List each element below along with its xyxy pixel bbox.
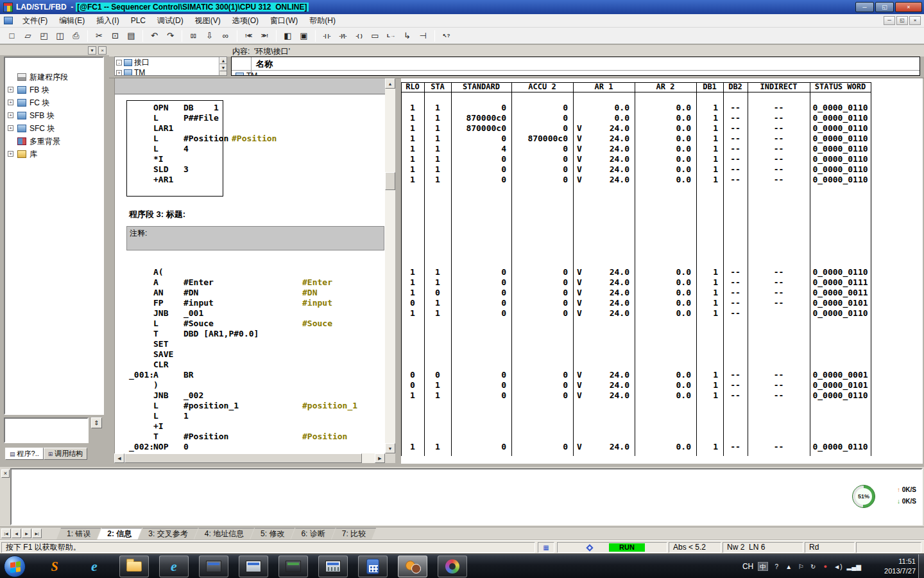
vertical-scroll-thumb[interactable] (385, 172, 395, 190)
open-branch-icon[interactable]: ↳ (400, 29, 415, 43)
cut-icon[interactable]: ✂ (92, 29, 107, 43)
action-center-flag-icon[interactable]: ⚐ (797, 563, 805, 570)
editor-horizontal-scrollbar[interactable]: ◀ ▶ (114, 453, 385, 463)
prev-error-icon[interactable]: !≪ (241, 29, 256, 43)
open-icon[interactable]: ▱ (21, 29, 35, 43)
taskbar-clock[interactable]: 11:51 2013/7/27 (884, 557, 916, 576)
message-tab-5[interactable]: 5: 修改 (250, 528, 295, 539)
interface-tree-root-row[interactable]: - 接口 (115, 57, 227, 67)
sidebar-item-sfc-blocks[interactable]: +SFC 块 (5, 123, 103, 134)
sidebar-item-library[interactable]: +库 (5, 149, 103, 160)
sync-icon[interactable]: ↻ (809, 563, 817, 570)
var-table-icon[interactable] (318, 556, 348, 577)
alert-badge-icon[interactable]: ● (821, 563, 829, 570)
file-explorer-icon[interactable] (119, 556, 149, 577)
scroll-left-icon[interactable]: ◀ (114, 453, 124, 463)
interface-tree-pane[interactable]: - 接口 + TM ▲ ▼ (114, 57, 227, 76)
message-tab-6[interactable]: 6: 诊断 (291, 528, 335, 539)
close-branch-icon[interactable]: ⊣ (416, 29, 431, 43)
next-error-icon[interactable]: ≫! (257, 29, 272, 43)
code-editor-pane[interactable]: 程序段 3: 标题: 注释: OPN DB 1L P##FileLAR1L #P… (114, 78, 385, 453)
empty-box-icon[interactable]: ▭ (368, 29, 382, 43)
sidebar-item-fb-blocks[interactable]: +FB 块 (5, 85, 103, 96)
mdi-child-icon[interactable] (4, 17, 13, 24)
sidebar-item-multi-instance[interactable]: 多重背景 (5, 136, 103, 147)
last-tab-button[interactable]: ▶| (32, 529, 42, 538)
declaration-row[interactable]: TM (235, 71, 257, 76)
split-view-icon[interactable]: ◧ (280, 29, 295, 43)
sidebar-updown-icon[interactable]: ⇕ (91, 417, 102, 428)
menu-item-1[interactable]: 编辑(E) (53, 14, 90, 27)
mdi-minimize-button[interactable]: ─ (884, 16, 895, 25)
scroll-down-icon[interactable]: ▼ (219, 64, 227, 71)
network-icon[interactable]: ▂▄▆ (847, 563, 861, 570)
sidebar-item-sfb-blocks[interactable]: +SFB 块 (5, 110, 103, 121)
scroll-up-icon[interactable]: ▲ (385, 78, 395, 89)
menu-item-7[interactable]: 窗口(W) (264, 14, 304, 27)
copy-icon[interactable]: ⊡ (108, 29, 123, 43)
help-icon[interactable]: ? (773, 563, 780, 570)
message-tab-1[interactable]: 1: 错误 (56, 528, 101, 539)
menu-item-3[interactable]: PLC (125, 14, 151, 27)
interface-scrollbar[interactable]: ▲ ▼ (219, 57, 227, 75)
scroll-down-icon[interactable]: ▼ (385, 443, 395, 453)
maximize-button[interactable]: ◱ (875, 2, 894, 12)
help-cursor-icon[interactable]: ↖? (439, 29, 454, 43)
close-button[interactable]: × (895, 2, 922, 12)
calculator-icon[interactable] (358, 556, 388, 577)
tab-call-structure[interactable]: ⊞调用结构 (44, 448, 88, 460)
show-desktop-button[interactable] (918, 554, 924, 578)
expand-icon[interactable]: + (8, 112, 13, 118)
mdi-close-button[interactable]: × (909, 16, 921, 25)
save-icon[interactable]: ◫ (53, 29, 67, 43)
undo-icon[interactable]: ↶ (147, 29, 162, 43)
download-icon[interactable]: ⇩ (202, 29, 217, 43)
hidden-icons-arrow[interactable]: ▲ (785, 563, 792, 570)
message-tab-7[interactable]: 7: 比较 (332, 528, 376, 539)
sogou-browser-icon[interactable]: S (40, 556, 69, 577)
new-icon[interactable]: □ (4, 29, 19, 43)
menu-item-0[interactable]: 文件(F) (17, 14, 53, 27)
message-close-icon[interactable]: × (1, 469, 10, 478)
menu-item-2[interactable]: 插入(I) (90, 14, 124, 27)
first-tab-button[interactable]: |◀ (1, 529, 11, 538)
interface-tree-child-row[interactable]: + TM (115, 67, 227, 76)
user-accounts-icon[interactable] (398, 556, 427, 577)
coil-icon[interactable]: -( ) (352, 29, 366, 43)
expand-icon[interactable]: + (8, 151, 13, 157)
simatic-manager-icon[interactable] (199, 556, 228, 577)
next-tab-button[interactable]: ▶ (22, 529, 31, 538)
language-indicator[interactable]: CH (742, 562, 753, 571)
prev-tab-button[interactable]: ◀ (12, 529, 21, 538)
hw-config-icon[interactable] (239, 556, 268, 577)
monitor-glasses-icon[interactable]: ∞ (218, 29, 233, 43)
paste-icon[interactable]: ▤ (124, 29, 139, 43)
start-button[interactable] (4, 556, 26, 577)
menu-item-5[interactable]: 视图(V) (189, 14, 227, 27)
expand-icon[interactable]: + (8, 100, 13, 105)
ime-icon[interactable]: 中 (758, 562, 768, 571)
plcsim-icon[interactable] (278, 556, 308, 577)
sidebar-item-fc-blocks[interactable]: +FC 块 (5, 98, 103, 109)
internet-explorer-2-icon[interactable]: e (159, 556, 189, 577)
volume-icon[interactable]: ◄) (834, 563, 842, 570)
minimize-button[interactable]: ─ (855, 2, 874, 12)
sidebar-item-new-network[interactable]: 新建程序段 (5, 72, 103, 83)
view-pair-icon[interactable]: ▯▯ (186, 29, 201, 43)
internet-explorer-icon[interactable]: e (80, 556, 109, 577)
menu-item-8[interactable]: 帮助(H) (304, 14, 341, 27)
message-tab-4[interactable]: 4: 地址信息 (194, 528, 254, 539)
paint-icon[interactable] (438, 556, 467, 577)
contact-nc-icon[interactable]: -|/|- (336, 29, 350, 43)
jump-icon[interactable]: L→ (384, 29, 398, 43)
save-download-icon[interactable]: ◰ (37, 29, 51, 43)
expand-icon[interactable]: + (116, 70, 122, 76)
menu-item-6[interactable]: 选项(O) (227, 14, 264, 27)
print-icon[interactable]: ⎙ (69, 29, 83, 43)
message-tab-3[interactable]: 3: 交叉参考 (138, 528, 198, 539)
sidebar-dropdown-icon[interactable]: ▾ (88, 46, 96, 55)
mdi-restore-button[interactable]: ◱ (896, 16, 908, 25)
editor-vertical-scrollbar[interactable]: ▲ ▼ (385, 78, 395, 453)
scroll-right-icon[interactable]: ▶ (375, 453, 385, 463)
redo-icon[interactable]: ↷ (163, 29, 178, 43)
